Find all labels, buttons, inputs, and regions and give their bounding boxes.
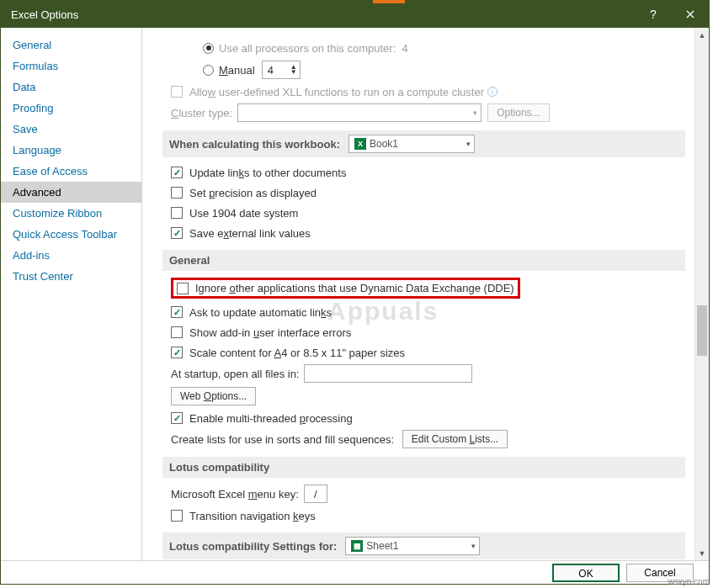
vertical-scrollbar[interactable]: ▲ ▼ (694, 28, 709, 560)
scroll-up-arrow[interactable]: ▲ (695, 28, 709, 42)
sidebar-item-customize-ribbon[interactable]: Customize Ribbon (1, 203, 141, 224)
checkbox-ask-update[interactable] (171, 306, 183, 318)
close-button[interactable] (672, 1, 709, 28)
sidebar-item-save[interactable]: Save (1, 119, 141, 140)
sidebar-item-formulas[interactable]: Formulas (1, 56, 141, 77)
label-ignore-dde: Ignore other applications that use Dynam… (195, 282, 514, 294)
label-allow-xll: Allow user-defined XLL functions to run … (189, 86, 484, 98)
label-scale-content: Scale content for A4 or 8.5 x 11" paper … (189, 347, 405, 359)
highlight-dde-option: Ignore other applications that use Dynam… (171, 278, 520, 299)
checkbox-allow-xll (171, 86, 183, 98)
window-title: Excel Options (11, 8, 78, 21)
edit-custom-lists-button[interactable]: Edit Custom Lists... (402, 430, 508, 448)
cluster-options-button: Options... (487, 103, 549, 122)
label-use-all-processors: Use all processors on this computer: (219, 42, 396, 55)
label-save-external: Save external link values (189, 227, 311, 240)
label-create-lists: Create lists for use in sorts and fill s… (171, 433, 394, 446)
sidebar-item-proofing[interactable]: Proofing (1, 98, 141, 119)
checkbox-show-addin-errors[interactable] (171, 326, 183, 338)
sidebar-item-trust-center[interactable]: Trust Center (1, 266, 141, 287)
excel-icon: X (354, 138, 366, 150)
label-menu-key: Microsoft Excel menu key: (171, 488, 299, 501)
sidebar: General Formulas Data Proofing Save Lang… (1, 28, 142, 560)
sheet-combo[interactable]: ▦ Sheet1 ▾ (345, 537, 480, 555)
checkbox-multithread[interactable] (171, 412, 183, 424)
section-lotus: Lotus compatibility (162, 457, 685, 478)
web-options-button[interactable]: Web Options... (171, 387, 256, 405)
sidebar-item-data[interactable]: Data (1, 77, 141, 98)
label-manual: Manual (219, 64, 255, 77)
radio-use-all-processors[interactable] (203, 43, 214, 54)
processor-count: 4 (402, 42, 408, 55)
sidebar-item-addins[interactable]: Add-ins (1, 245, 141, 266)
checkbox-scale-content[interactable] (171, 347, 183, 358)
workbook-combo[interactable]: X Book1 ▾ (349, 135, 475, 153)
accent-marker (373, 0, 405, 3)
sidebar-item-quick-access[interactable]: Quick Access Toolbar (1, 224, 141, 245)
checkbox-save-external[interactable] (171, 227, 183, 239)
ok-button[interactable]: OK (552, 564, 620, 582)
label-multithread: Enable multi-threaded processing (189, 412, 353, 425)
label-show-addin-errors: Show add-in user interface errors (189, 326, 351, 339)
sidebar-item-advanced[interactable]: Advanced (1, 182, 141, 203)
checkbox-transition-nav[interactable] (171, 510, 183, 522)
manual-threads-spinner[interactable]: 4 ▲▼ (262, 61, 301, 79)
section-general: General (162, 250, 685, 271)
checkbox-1904-date[interactable] (171, 207, 183, 219)
content-pane: Appuals Use all processors on this compu… (142, 28, 709, 560)
titlebar: Excel Options ? (1, 1, 709, 28)
label-cluster-type: Cluster type: (171, 107, 232, 119)
label-at-startup: At startup, open all files in: (171, 368, 299, 380)
sidebar-item-general[interactable]: General (1, 34, 141, 56)
radio-manual[interactable] (203, 65, 214, 76)
help-button[interactable]: ? (635, 1, 672, 28)
label-update-links: Update links to other documents (189, 167, 346, 179)
checkbox-update-links[interactable] (171, 167, 183, 178)
scroll-down-arrow[interactable]: ▼ (695, 546, 709, 560)
section-when-calculating: When calculating this workbook: X Book1 … (162, 130, 685, 157)
startup-folder-input[interactable] (304, 364, 472, 383)
menu-key-input[interactable]: / (304, 485, 327, 503)
section-lotus-settings: Lotus compatibility Settings for: ▦ Shee… (162, 532, 685, 559)
label-set-precision: Set precision as displayed (189, 187, 317, 199)
scroll-thumb[interactable] (697, 305, 707, 356)
label-ask-update: Ask to update automatic links (189, 306, 332, 319)
sheet-icon: ▦ (351, 540, 363, 552)
dialog-footer: OK Cancel (1, 560, 709, 584)
label-transition-nav: Transition navigation keys (189, 510, 316, 522)
corner-text: wsxyn.com (668, 577, 710, 586)
cluster-type-combo: ▾ (237, 103, 482, 122)
sidebar-item-ease-of-access[interactable]: Ease of Access (1, 161, 141, 182)
label-1904-date: Use 1904 date system (189, 207, 298, 220)
excel-options-dialog: Excel Options ? General Formulas Data Pr… (0, 0, 710, 585)
checkbox-ignore-dde[interactable] (177, 283, 189, 294)
info-icon[interactable]: i (487, 87, 498, 97)
checkbox-set-precision[interactable] (171, 187, 183, 199)
sidebar-item-language[interactable]: Language (1, 140, 141, 161)
